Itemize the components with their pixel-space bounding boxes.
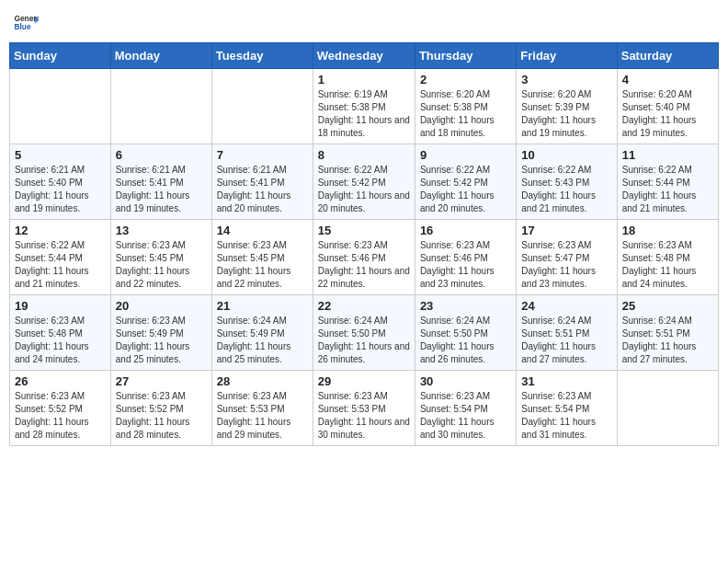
day-number: 1 — [318, 73, 410, 86]
day-info: Sunrise: 6:20 AM Sunset: 5:40 PM Dayligh… — [622, 88, 713, 140]
day-cell: 21Sunrise: 6:24 AM Sunset: 5:49 PM Dayli… — [211, 295, 313, 371]
day-cell: 18Sunrise: 6:23 AM Sunset: 5:48 PM Dayli… — [617, 220, 718, 295]
day-cell: 28Sunrise: 6:23 AM Sunset: 5:53 PM Dayli… — [211, 371, 313, 446]
day-info: Sunrise: 6:23 AM Sunset: 5:54 PM Dayligh… — [521, 390, 611, 442]
day-number: 31 — [521, 374, 611, 388]
day-cell: 29Sunrise: 6:23 AM Sunset: 5:53 PM Dayli… — [313, 371, 415, 446]
day-info: Sunrise: 6:23 AM Sunset: 5:46 PM Dayligh… — [318, 239, 410, 291]
day-cell: 6Sunrise: 6:21 AM Sunset: 5:41 PM Daylig… — [110, 144, 211, 220]
day-info: Sunrise: 6:23 AM Sunset: 5:54 PM Dayligh… — [420, 390, 511, 442]
day-info: Sunrise: 6:22 AM Sunset: 5:42 PM Dayligh… — [420, 164, 511, 215]
calendar-table: SundayMondayTuesdayWednesdayThursdayFrid… — [9, 42, 719, 446]
day-cell: 9Sunrise: 6:22 AM Sunset: 5:42 PM Daylig… — [415, 144, 516, 220]
day-number: 24 — [521, 299, 611, 313]
week-row-4: 19Sunrise: 6:23 AM Sunset: 5:48 PM Dayli… — [10, 295, 719, 371]
day-number: 30 — [420, 374, 511, 388]
day-number: 7 — [217, 148, 308, 162]
day-cell: 10Sunrise: 6:22 AM Sunset: 5:43 PM Dayli… — [517, 144, 617, 220]
logo: General Blue — [13, 9, 39, 35]
day-cell: 26Sunrise: 6:23 AM Sunset: 5:52 PM Dayli… — [10, 371, 111, 446]
day-cell: 12Sunrise: 6:22 AM Sunset: 5:44 PM Dayli… — [10, 220, 111, 295]
day-cell: 2Sunrise: 6:20 AM Sunset: 5:38 PM Daylig… — [415, 69, 516, 144]
day-cell: 30Sunrise: 6:23 AM Sunset: 5:54 PM Dayli… — [415, 371, 516, 446]
day-cell: 31Sunrise: 6:23 AM Sunset: 5:54 PM Dayli… — [517, 371, 617, 446]
day-number: 12 — [15, 224, 106, 237]
week-row-2: 5Sunrise: 6:21 AM Sunset: 5:40 PM Daylig… — [10, 144, 719, 220]
day-number: 25 — [622, 299, 713, 313]
day-info: Sunrise: 6:24 AM Sunset: 5:51 PM Dayligh… — [622, 315, 713, 366]
day-cell: 24Sunrise: 6:24 AM Sunset: 5:51 PM Dayli… — [517, 295, 617, 371]
day-number: 29 — [318, 374, 410, 388]
day-info: Sunrise: 6:23 AM Sunset: 5:53 PM Dayligh… — [318, 390, 410, 442]
week-row-1: 1Sunrise: 6:19 AM Sunset: 5:38 PM Daylig… — [10, 69, 719, 144]
day-number: 15 — [318, 224, 410, 237]
day-number: 2 — [420, 73, 511, 86]
day-number: 27 — [116, 374, 207, 388]
day-number: 23 — [420, 299, 511, 313]
day-number: 26 — [15, 374, 106, 388]
day-info: Sunrise: 6:21 AM Sunset: 5:41 PM Dayligh… — [217, 164, 308, 215]
day-number: 14 — [217, 224, 308, 237]
day-number: 9 — [420, 148, 511, 162]
day-number: 28 — [217, 374, 308, 388]
calendar-header-row: SundayMondayTuesdayWednesdayThursdayFrid… — [10, 43, 719, 69]
day-info: Sunrise: 6:22 AM Sunset: 5:44 PM Dayligh… — [15, 239, 106, 291]
day-info: Sunrise: 6:23 AM Sunset: 5:46 PM Dayligh… — [420, 239, 511, 291]
day-cell: 11Sunrise: 6:22 AM Sunset: 5:44 PM Dayli… — [617, 144, 718, 220]
col-header-monday: Monday — [110, 43, 211, 69]
day-number: 11 — [622, 148, 713, 162]
svg-text:Blue: Blue — [14, 22, 30, 31]
day-info: Sunrise: 6:23 AM Sunset: 5:52 PM Dayligh… — [116, 390, 207, 442]
day-info: Sunrise: 6:19 AM Sunset: 5:38 PM Dayligh… — [318, 88, 410, 140]
day-cell: 16Sunrise: 6:23 AM Sunset: 5:46 PM Dayli… — [415, 220, 516, 295]
day-cell: 8Sunrise: 6:22 AM Sunset: 5:42 PM Daylig… — [313, 144, 415, 220]
col-header-saturday: Saturday — [617, 43, 718, 69]
day-cell: 13Sunrise: 6:23 AM Sunset: 5:45 PM Dayli… — [110, 220, 211, 295]
day-number: 8 — [318, 148, 410, 162]
day-number: 10 — [521, 148, 611, 162]
day-cell: 23Sunrise: 6:24 AM Sunset: 5:50 PM Dayli… — [415, 295, 516, 371]
day-cell: 27Sunrise: 6:23 AM Sunset: 5:52 PM Dayli… — [110, 371, 211, 446]
day-number: 13 — [116, 224, 207, 237]
day-info: Sunrise: 6:21 AM Sunset: 5:41 PM Dayligh… — [116, 164, 207, 215]
logo-icon: General Blue — [13, 9, 39, 35]
day-info: Sunrise: 6:21 AM Sunset: 5:40 PM Dayligh… — [15, 164, 106, 215]
day-cell: 17Sunrise: 6:23 AM Sunset: 5:47 PM Dayli… — [517, 220, 617, 295]
day-info: Sunrise: 6:23 AM Sunset: 5:53 PM Dayligh… — [217, 390, 308, 442]
day-info: Sunrise: 6:24 AM Sunset: 5:51 PM Dayligh… — [521, 315, 611, 366]
col-header-friday: Friday — [517, 43, 617, 69]
day-cell: 14Sunrise: 6:23 AM Sunset: 5:45 PM Dayli… — [211, 220, 313, 295]
page-header: General Blue — [9, 9, 719, 35]
day-cell — [110, 69, 211, 144]
day-number: 18 — [622, 224, 713, 237]
day-info: Sunrise: 6:20 AM Sunset: 5:38 PM Dayligh… — [420, 88, 511, 140]
day-number: 22 — [318, 299, 410, 313]
day-cell: 15Sunrise: 6:23 AM Sunset: 5:46 PM Dayli… — [313, 220, 415, 295]
day-info: Sunrise: 6:23 AM Sunset: 5:52 PM Dayligh… — [15, 390, 106, 442]
day-info: Sunrise: 6:23 AM Sunset: 5:49 PM Dayligh… — [116, 315, 207, 366]
day-cell — [211, 69, 313, 144]
day-info: Sunrise: 6:24 AM Sunset: 5:49 PM Dayligh… — [217, 315, 308, 366]
day-info: Sunrise: 6:20 AM Sunset: 5:39 PM Dayligh… — [521, 88, 611, 140]
day-info: Sunrise: 6:22 AM Sunset: 5:44 PM Dayligh… — [622, 164, 713, 215]
day-info: Sunrise: 6:23 AM Sunset: 5:48 PM Dayligh… — [15, 315, 106, 366]
day-info: Sunrise: 6:24 AM Sunset: 5:50 PM Dayligh… — [420, 315, 511, 366]
day-cell: 1Sunrise: 6:19 AM Sunset: 5:38 PM Daylig… — [313, 69, 415, 144]
day-number: 21 — [217, 299, 308, 313]
day-cell: 22Sunrise: 6:24 AM Sunset: 5:50 PM Dayli… — [313, 295, 415, 371]
day-info: Sunrise: 6:22 AM Sunset: 5:42 PM Dayligh… — [318, 164, 410, 215]
day-number: 19 — [15, 299, 106, 313]
day-number: 4 — [622, 73, 713, 86]
day-cell: 4Sunrise: 6:20 AM Sunset: 5:40 PM Daylig… — [617, 69, 718, 144]
week-row-5: 26Sunrise: 6:23 AM Sunset: 5:52 PM Dayli… — [10, 371, 719, 446]
day-info: Sunrise: 6:23 AM Sunset: 5:45 PM Dayligh… — [116, 239, 207, 291]
day-cell: 5Sunrise: 6:21 AM Sunset: 5:40 PM Daylig… — [10, 144, 111, 220]
day-cell — [617, 371, 718, 446]
day-cell: 20Sunrise: 6:23 AM Sunset: 5:49 PM Dayli… — [110, 295, 211, 371]
day-cell: 3Sunrise: 6:20 AM Sunset: 5:39 PM Daylig… — [517, 69, 617, 144]
day-number: 3 — [521, 73, 611, 86]
day-number: 5 — [15, 148, 106, 162]
week-row-3: 12Sunrise: 6:22 AM Sunset: 5:44 PM Dayli… — [10, 220, 719, 295]
day-cell: 25Sunrise: 6:24 AM Sunset: 5:51 PM Dayli… — [617, 295, 718, 371]
day-number: 20 — [116, 299, 207, 313]
